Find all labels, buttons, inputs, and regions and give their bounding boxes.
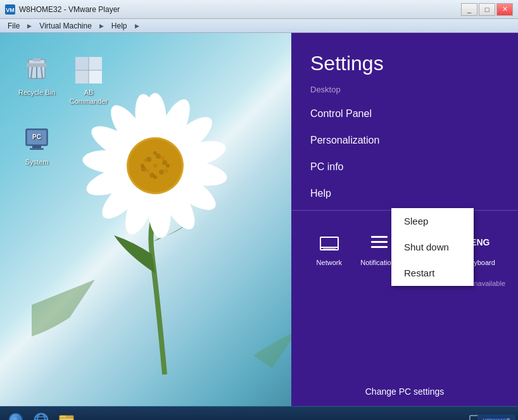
vmware-logo: vmware® (477, 414, 515, 421)
maximize-button[interactable]: □ (479, 3, 495, 16)
svg-rect-58 (371, 241, 388, 243)
svg-point-32 (153, 151, 157, 155)
sleep-option[interactable]: Sleep (391, 208, 474, 234)
svg-point-23 (159, 170, 164, 175)
settings-help[interactable]: Help (291, 180, 518, 207)
titlebar: VM W8HOME32 - VMware Player _ □ ✕ (0, 0, 518, 19)
recycle-bin-label: Recycle Bin (11, 88, 62, 97)
menu-virtualmachine[interactable]: Virtual Machine (34, 20, 97, 32)
minimize-button[interactable]: _ (461, 3, 477, 16)
svg-rect-44 (75, 70, 89, 83)
vmware-icon: VM (5, 4, 15, 15)
menu-help[interactable]: Help (106, 20, 132, 32)
svg-point-22 (162, 160, 167, 165)
ab-commander-label: AB Commander (63, 88, 114, 106)
ie-button[interactable] (29, 409, 53, 421)
svg-point-31 (153, 175, 157, 179)
svg-point-34 (141, 164, 144, 168)
titlebar-text: W8HOME32 - VMware Player (19, 5, 461, 14)
ab-commander-icon[interactable]: AB Commander (63, 55, 114, 106)
svg-point-29 (165, 169, 168, 173)
svg-text:PC: PC (32, 133, 41, 140)
svg-rect-36 (27, 63, 47, 67)
svg-rect-57 (371, 236, 388, 238)
taskbar-container: vmware® (0, 406, 518, 420)
svg-text:VM: VM (6, 7, 15, 13)
settings-control-panel[interactable]: Control Panel (291, 101, 518, 127)
main-area: Recycle Bin AB Commander (0, 33, 518, 406)
svg-point-26 (153, 164, 157, 168)
start-button[interactable] (4, 409, 28, 421)
menubar: File ▶ Virtual Machine ▶ Help ▶ (0, 19, 518, 33)
svg-point-21 (156, 154, 161, 159)
svg-rect-56 (323, 249, 336, 250)
recycle-bin-icon[interactable]: Recycle Bin (11, 55, 62, 97)
restart-option[interactable]: Restart (391, 260, 474, 286)
svg-point-30 (144, 159, 148, 163)
system-label: System (11, 158, 62, 166)
settings-title: Settings (291, 33, 518, 85)
shutdown-option[interactable]: Shut down (391, 234, 474, 260)
settings-personalization[interactable]: Personalization (291, 127, 518, 154)
system-icon[interactable]: PC System (11, 125, 62, 166)
svg-rect-69 (60, 418, 73, 421)
unavailable-label: Unavailable (469, 280, 505, 287)
svg-point-33 (166, 164, 170, 168)
settings-subtitle: Desktop (291, 85, 518, 101)
svg-rect-37 (33, 58, 41, 61)
network-icon-button[interactable]: Network (304, 230, 355, 266)
explorer-button[interactable] (54, 409, 79, 421)
taskbar: vmware® (0, 406, 518, 420)
change-pc-settings[interactable]: Change PC settings (291, 377, 518, 406)
network-label: Network (317, 259, 342, 266)
power-menu: Sleep Shut down Restart (391, 208, 474, 286)
svg-rect-45 (89, 70, 102, 83)
svg-rect-51 (30, 148, 44, 150)
settings-pc-info[interactable]: PC info (291, 154, 518, 180)
titlebar-controls: _ □ ✕ (461, 3, 513, 16)
svg-rect-43 (89, 57, 102, 70)
svg-rect-59 (371, 246, 388, 248)
notifications-icon (367, 230, 392, 255)
svg-rect-42 (75, 57, 89, 70)
network-icon (317, 230, 342, 255)
menu-file[interactable]: File (3, 20, 25, 32)
desktop[interactable]: Recycle Bin AB Commander (0, 33, 291, 406)
svg-point-28 (161, 156, 165, 160)
svg-point-27 (146, 169, 149, 173)
close-button[interactable]: ✕ (496, 3, 513, 16)
